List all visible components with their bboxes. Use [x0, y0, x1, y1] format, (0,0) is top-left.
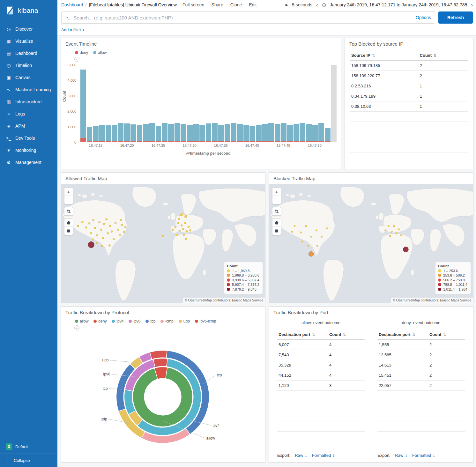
timeline-bar[interactable] [112, 65, 117, 142]
map-data-point[interactable] [183, 234, 185, 236]
fit-data-bounds-button[interactable] [64, 207, 73, 215]
protocol-legend-item-allow[interactable]: allow [75, 319, 88, 323]
map-data-point[interactable] [178, 218, 180, 220]
map-data-point[interactable] [172, 229, 174, 231]
map-data-point[interactable] [107, 233, 109, 234]
map-data-point[interactable] [85, 226, 87, 228]
map-data-point[interactable] [308, 245, 309, 247]
add-filter-link[interactable]: Add a filter+ [61, 27, 85, 32]
play-icon[interactable]: ▶ [286, 3, 288, 7]
sidebar-item-infrastructure[interactable]: ▥Infrastructure [0, 96, 57, 108]
timeline-bar[interactable] [218, 65, 224, 142]
map-data-point[interactable] [403, 247, 408, 252]
sidebar-item-logs[interactable]: ≡Logs [0, 108, 57, 120]
export-raw-link[interactable]: Raw ↧ [295, 453, 308, 458]
timeline-bar[interactable] [306, 65, 312, 142]
timeline-bar[interactable] [187, 65, 193, 142]
timeline-bar[interactable] [106, 65, 111, 142]
timeline-bar[interactable] [212, 65, 218, 142]
draw-rectangle-button[interactable] [272, 227, 281, 235]
sidebar-item-dev-tools[interactable]: >_Dev Tools [0, 132, 57, 144]
blocked-map-area[interactable]: + − [269, 184, 473, 303]
sidebar-item-dashboard[interactable]: ▤Dashboard [0, 47, 57, 59]
timeline-bar[interactable] [318, 65, 324, 142]
kibana-logo[interactable]: kibana [0, 0, 57, 23]
map-data-point[interactable] [82, 221, 84, 223]
map-data-point[interactable] [90, 232, 92, 234]
map-data-point[interactable] [106, 218, 108, 220]
legend-collapse-button[interactable]: ∧ [74, 325, 79, 330]
export-formatted-link[interactable]: Formatted ↧ [312, 453, 335, 458]
map-data-point[interactable] [395, 233, 397, 234]
timeline-bar[interactable] [231, 65, 236, 142]
map-data-point[interactable] [119, 234, 121, 236]
breadcrumb-dashboard[interactable]: Dashboard [61, 2, 83, 7]
timeline-bar[interactable] [162, 65, 167, 142]
map-data-point[interactable] [181, 225, 182, 226]
search-options-link[interactable]: Options [416, 15, 431, 20]
map-data-point[interactable] [326, 227, 328, 229]
timeline-bar[interactable] [325, 65, 331, 142]
column-header-count[interactable]: Count⇅ [328, 330, 365, 340]
timeline-bar[interactable] [118, 65, 124, 142]
timeline-bar[interactable] [300, 65, 305, 142]
timeline-bar[interactable] [294, 65, 299, 142]
map-data-point[interactable] [300, 232, 301, 233]
timeline-bar[interactable] [281, 65, 287, 142]
map-data-point[interactable] [291, 231, 293, 233]
legend-collapse-button[interactable]: ∧ [74, 57, 79, 62]
protocol-legend-item-udp[interactable]: udp [179, 319, 190, 323]
sunburst-segment-ipv6-icmp[interactable] [153, 358, 167, 367]
timeline-bar[interactable] [175, 65, 180, 142]
timeline-bar[interactable] [168, 65, 174, 142]
map-data-point[interactable] [184, 222, 186, 224]
sidebar-item-machine-learning[interactable]: ∿Machine Learning [0, 84, 57, 96]
timeline-legend-item-deny[interactable]: deny [75, 50, 88, 55]
map-data-point[interactable] [188, 226, 190, 228]
timeline-bar[interactable] [193, 65, 199, 142]
time-prev-icon[interactable]: ‹ [316, 2, 318, 8]
timeline-bar[interactable] [312, 65, 318, 142]
export-formatted-link[interactable]: Formatted ↧ [412, 453, 435, 458]
map-data-point[interactable] [180, 213, 183, 216]
timeline-bar[interactable] [99, 65, 105, 142]
map-data-point[interactable] [391, 231, 392, 233]
timeline-bar[interactable] [181, 65, 186, 142]
draw-rectangle-button[interactable] [64, 227, 73, 235]
column-header-count[interactable]: Count⇅ [419, 50, 468, 61]
search-box[interactable]: >_ Options [61, 11, 435, 24]
timeline-bar[interactable] [256, 65, 262, 142]
map-data-point[interactable] [316, 230, 317, 231]
map-data-point[interactable] [102, 237, 104, 239]
map-data-point[interactable] [175, 226, 176, 228]
timeline-bar[interactable] [249, 65, 255, 142]
map-data-point[interactable] [115, 222, 116, 224]
timeline-bar[interactable] [124, 65, 130, 142]
timeline-bar[interactable] [87, 65, 93, 142]
map-data-point[interactable] [121, 224, 123, 226]
refresh-button[interactable]: Refresh [438, 11, 473, 24]
timeline-bar[interactable] [206, 65, 212, 142]
sidebar-item-discover[interactable]: ◎Discover [0, 23, 57, 35]
zoom-out-button[interactable]: − [64, 196, 73, 204]
map-data-point[interactable] [310, 236, 312, 237]
map-data-point[interactable] [321, 236, 323, 237]
map-data-point[interactable] [177, 222, 179, 224]
column-header-source-ip[interactable]: Source IP⇅ [350, 50, 419, 61]
sunburst-segment-ipv6-icmp[interactable] [150, 350, 167, 359]
timeline-bar[interactable] [80, 65, 86, 142]
map-data-point[interactable] [109, 225, 111, 227]
map-data-point[interactable] [398, 229, 399, 230]
zoom-in-button[interactable]: + [64, 188, 73, 196]
map-data-point[interactable] [309, 251, 314, 256]
map-data-point[interactable] [113, 238, 115, 240]
map-data-point[interactable] [123, 231, 125, 233]
menu-share[interactable]: Share [211, 2, 223, 7]
protocol-legend-item-icmp[interactable]: icmp [160, 319, 173, 323]
map-data-point[interactable] [77, 225, 79, 227]
map-data-point[interactable] [99, 221, 100, 223]
timeline-bar[interactable] [143, 65, 149, 142]
timeline-bar[interactable] [275, 65, 280, 142]
map-data-point[interactable] [389, 235, 391, 237]
menu-clone[interactable]: Clone [230, 2, 242, 7]
